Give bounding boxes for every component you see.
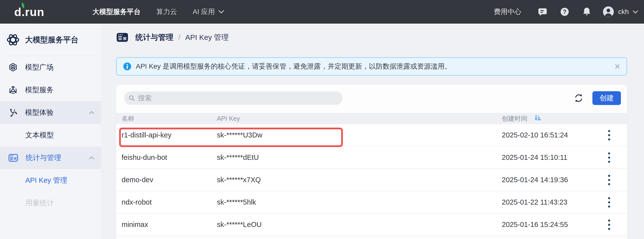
message-button[interactable] [537, 6, 548, 18]
kebab-menu-icon [608, 219, 610, 231]
column-name: 名称 [116, 114, 217, 123]
platform-logo-icon [6, 33, 20, 47]
api-key-created-at: 2025-01-22 11:43:23 [502, 198, 591, 206]
model-service-icon [8, 85, 18, 95]
api-key-value: sk-******U3Dw [217, 131, 502, 139]
table-row[interactable]: ndx-robot sk-******5hlk 2025-01-22 11:43… [116, 191, 627, 214]
sidebar-item-label: 模型体验 [25, 108, 54, 118]
kebab-menu-icon [608, 196, 610, 208]
row-actions [591, 150, 627, 165]
create-button[interactable]: 创建 [592, 91, 621, 105]
search-input[interactable] [138, 94, 338, 102]
sidebar-item-model-experience[interactable]: 模型体验 [0, 101, 101, 124]
sidebar-item-usage-stats[interactable]: 用量统计 [0, 192, 101, 214]
api-key-name: minimax [116, 220, 217, 229]
search-icon [128, 95, 135, 102]
nav-menu: 大模型服务平台 算力云 AI 应用 [92, 7, 224, 17]
table-row[interactable]: demo-dev sk-******x7XQ 2025-01-24 14:19:… [116, 169, 627, 191]
main-content: ⌘ 统计与管理 / API Key 管理 API Key 是调用模型服务的核心凭… [102, 24, 644, 239]
api-key-name: demo-dev [116, 176, 217, 184]
api-key-created-at: 2025-01-16 15:24:55 [502, 220, 591, 229]
row-menu-button[interactable] [604, 217, 614, 232]
table-row[interactable]: minimax sk-******LeOU 2025-01-16 15:24:5… [116, 214, 627, 236]
svg-text:⌘: ⌘ [123, 36, 127, 41]
nav-item-compute-cloud[interactable]: 算力云 [156, 7, 177, 17]
sidebar-item-label: 模型广场 [25, 63, 54, 72]
close-icon[interactable]: × [614, 62, 620, 71]
sidebar-header: 大模型服务平台 [0, 24, 101, 56]
chevron-down-icon [633, 10, 638, 14]
user-menu[interactable]: ckh [603, 6, 638, 18]
api-key-name: feishu-dun-bot [116, 153, 217, 162]
refresh-button[interactable] [573, 93, 584, 104]
sidebar-item-label: 用量统计 [25, 198, 54, 208]
nav-item-label: 大模型服务平台 [92, 7, 140, 17]
column-created-at: 创建时间 [502, 114, 591, 123]
column-api-key: API Key [217, 115, 502, 122]
sidebar-item-label: 文本模型 [25, 130, 54, 140]
nav-item-label: 算力云 [156, 7, 177, 17]
nav-item-model-platform[interactable]: 大模型服务平台 [92, 7, 140, 17]
sidebar-item-model-square[interactable]: 模型广场 [0, 56, 101, 79]
row-menu-button[interactable] [604, 173, 614, 187]
sidebar-title: 大模型服务平台 [25, 35, 78, 45]
column-label: 创建时间 [502, 114, 527, 123]
chevron-up-icon [89, 111, 94, 114]
breadcrumb: ⌘ 统计与管理 / API Key 管理 [116, 30, 644, 45]
api-key-name: r1-distill-api-key [116, 131, 217, 139]
chevron-down-icon [218, 10, 224, 14]
search-box [124, 91, 343, 105]
row-menu-button[interactable] [604, 195, 614, 210]
sidebar-item-text-model[interactable]: 文本模型 [0, 124, 101, 147]
stats-management-icon: ⌘ [116, 31, 128, 44]
avatar [603, 6, 614, 18]
logo[interactable]: d.run [14, 5, 44, 19]
sidebar-item-api-key-management[interactable]: API Key 管理 [0, 169, 101, 192]
kebab-menu-icon [608, 174, 610, 186]
api-key-value: sk-******dEtU [217, 153, 502, 162]
bell-icon [582, 7, 592, 17]
breadcrumb-section[interactable]: 统计与管理 [135, 32, 174, 43]
info-banner: API Key 是调用模型服务的核心凭证，请妥善保管，避免泄露，并定期更新，以防… [116, 57, 627, 76]
breadcrumb-page: API Key 管理 [185, 33, 229, 43]
banner-message: API Key 是调用模型服务的核心凭证，请妥善保管，避免泄露，并定期更新，以防… [136, 62, 452, 71]
sidebar: 大模型服务平台 模型广场 模型服务 [0, 24, 102, 239]
logo-text: d.run [14, 6, 44, 19]
row-actions [591, 173, 627, 187]
notification-button[interactable] [581, 6, 592, 18]
info-icon [123, 62, 132, 71]
model-square-icon [8, 63, 18, 72]
api-key-created-at: 2025-02-10 16:51:24 [502, 131, 591, 139]
api-key-value: sk-******x7XQ [217, 176, 502, 184]
api-key-name: ndx-robot [116, 198, 217, 206]
api-key-card: 创建 名称 API Key 创建时间 [116, 85, 627, 239]
billing-center-link[interactable]: 费用中心 [494, 7, 521, 17]
svg-text:?: ? [563, 8, 567, 15]
kebab-menu-icon [608, 129, 610, 141]
table-row[interactable]: r1-distill-api-key sk-******U3Dw 2025-02… [116, 124, 627, 147]
row-menu-button[interactable] [604, 150, 614, 165]
chevron-up-icon [89, 156, 94, 160]
sidebar-item-label: API Key 管理 [25, 176, 67, 185]
row-actions [591, 195, 627, 210]
app-shell: 大模型服务平台 模型广场 模型服务 [0, 24, 644, 239]
api-key-created-at: 2025-01-24 15:10:11 [502, 153, 591, 162]
kebab-menu-icon [608, 152, 610, 163]
model-experience-icon [8, 108, 18, 117]
nav-item-ai-apps[interactable]: AI 应用 [192, 7, 224, 17]
sidebar-item-label: 统计与管理 [26, 153, 61, 163]
sidebar-item-label: 模型服务 [25, 85, 54, 95]
api-key-created-at: 2025-01-24 14:19:36 [502, 176, 591, 184]
sidebar-item-stats-management[interactable]: ⌘ 统计与管理 [0, 147, 101, 169]
top-navbar: d.run 大模型服务平台 算力云 AI 应用 费用中心 [0, 0, 644, 24]
help-button[interactable]: ? [559, 6, 570, 18]
table-body: r1-distill-api-key sk-******U3Dw 2025-02… [116, 124, 627, 236]
navbar-right: 费用中心 ? [494, 6, 644, 18]
sidebar-item-model-service[interactable]: 模型服务 [0, 79, 101, 101]
row-menu-button[interactable] [604, 128, 614, 143]
help-icon: ? [560, 7, 570, 17]
table-row[interactable]: feishu-dun-bot sk-******dEtU 2025-01-24 … [116, 147, 627, 169]
stats-management-icon: ⌘ [8, 153, 18, 163]
sort-descending-icon[interactable] [534, 114, 542, 123]
row-actions [591, 128, 627, 143]
